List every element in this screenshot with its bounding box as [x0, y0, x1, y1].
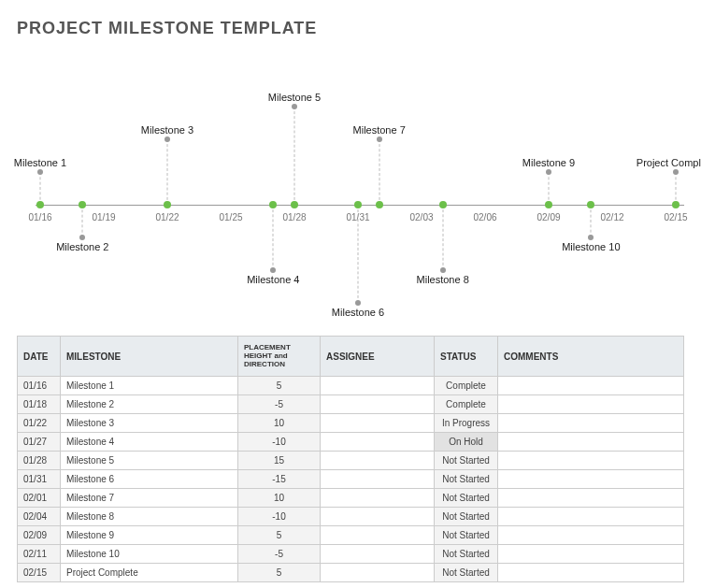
milestone-label: Milestone 9 [522, 157, 575, 168]
cell-date: 02/15 [18, 564, 61, 582]
cell-comments [498, 489, 684, 508]
cell-placement: 5 [238, 564, 321, 582]
cell-placement: 5 [238, 526, 321, 545]
milestone-label: Milestone 5 [268, 92, 321, 103]
milestone-leader [40, 172, 41, 205]
cell-date: 02/09 [18, 526, 61, 545]
cell-date: 01/27 [18, 433, 61, 452]
table-row: 02/04Milestone 8-10Not Started [18, 508, 684, 526]
header-assignee: ASSIGNEE [321, 337, 435, 377]
page-title: PROJECT MILESTONE TEMPLATE [17, 19, 684, 38]
cell-date: 01/18 [18, 395, 61, 414]
milestone-leader [379, 139, 379, 205]
milestone-table: DATE MILESTONE PLACEMENT HEIGHT and DIRE… [17, 336, 684, 582]
cell-milestone: Milestone 7 [61, 489, 238, 508]
milestone-leader [294, 107, 295, 205]
cell-placement: -10 [238, 433, 321, 452]
cell-date: 01/16 [18, 377, 61, 395]
cell-placement: 10 [238, 489, 321, 508]
cell-status: Complete [435, 377, 498, 395]
cell-status: On Hold [435, 433, 498, 452]
header-placement: PLACEMENT HEIGHT and DIRECTION [238, 337, 321, 377]
cell-status: Not Started [435, 526, 498, 545]
milestone-end-dot [588, 235, 594, 240]
milestone-dot [672, 201, 680, 208]
cell-assignee [321, 489, 435, 508]
cell-comments [498, 564, 684, 582]
cell-placement: 5 [238, 377, 321, 395]
milestone-label: Milestone 2 [56, 241, 108, 252]
milestone-leader [167, 139, 168, 205]
milestone-dot [164, 201, 171, 208]
milestone-end-dot [165, 136, 170, 142]
milestone-leader [676, 172, 677, 205]
cell-placement: 15 [238, 452, 321, 470]
cell-date: 02/11 [18, 545, 61, 564]
cell-comments [498, 508, 684, 526]
cell-date: 02/04 [18, 508, 61, 526]
milestone-label: Milestone 10 [562, 241, 620, 252]
cell-assignee [321, 433, 435, 452]
cell-status: Not Started [435, 545, 498, 564]
cell-milestone: Milestone 8 [61, 508, 238, 526]
cell-assignee [321, 414, 435, 433]
table-row: 01/16Milestone 15Complete [18, 377, 684, 395]
cell-milestone: Milestone 9 [61, 526, 238, 545]
cell-milestone: Milestone 4 [61, 433, 238, 452]
milestone-end-dot [355, 300, 361, 306]
milestone-dot [269, 201, 277, 208]
cell-milestone: Milestone 2 [61, 395, 238, 414]
axis-tick-label: 01/16 [28, 212, 51, 222]
cell-assignee [321, 526, 435, 545]
table-row: 02/11Milestone 10-5Not Started [18, 545, 684, 564]
milestone-chart: 01/1601/1901/2201/2501/2801/3102/0302/06… [17, 48, 684, 319]
cell-placement: 10 [238, 414, 321, 433]
cell-date: 02/01 [18, 489, 61, 508]
cell-assignee [321, 508, 435, 526]
milestone-end-dot [270, 267, 276, 273]
cell-assignee [321, 470, 435, 489]
cell-placement: -10 [238, 508, 321, 526]
milestone-label: Milestone 3 [141, 124, 193, 136]
cell-status: In Progress [435, 414, 498, 433]
milestone-dot [354, 201, 362, 208]
milestone-end-dot [79, 235, 85, 240]
milestone-dot [376, 201, 383, 208]
cell-milestone: Milestone 1 [61, 377, 238, 395]
cell-assignee [321, 377, 435, 395]
cell-status: Not Started [435, 470, 498, 489]
table-header-row: DATE MILESTONE PLACEMENT HEIGHT and DIRE… [18, 337, 684, 377]
cell-milestone: Milestone 6 [61, 470, 238, 489]
table-row: 01/28Milestone 515Not Started [18, 452, 684, 470]
cell-comments [498, 433, 684, 452]
milestone-dot [79, 201, 86, 208]
table-row: 02/09Milestone 95Not Started [18, 526, 684, 545]
cell-placement: -5 [238, 395, 321, 414]
cell-placement: -5 [238, 545, 321, 564]
header-date: DATE [18, 337, 61, 377]
axis-tick-label: 02/15 [664, 212, 687, 222]
table-row: 01/27Milestone 4-10On Hold [18, 433, 684, 452]
milestone-end-dot [440, 267, 446, 273]
table-row: 01/31Milestone 6-15Not Started [18, 470, 684, 489]
cell-comments [498, 526, 684, 545]
cell-milestone: Milestone 5 [61, 452, 238, 470]
axis-tick-label: 01/25 [219, 212, 242, 222]
milestone-end-dot [377, 136, 382, 142]
axis-tick-label: 02/03 [409, 212, 433, 222]
cell-assignee [321, 395, 435, 414]
milestone-label: Milestone 4 [247, 274, 299, 285]
cell-date: 01/28 [18, 452, 61, 470]
axis-tick-label: 01/19 [92, 212, 115, 222]
cell-placement: -15 [238, 470, 321, 489]
cell-assignee [321, 452, 435, 470]
milestone-leader [442, 205, 443, 270]
milestone-leader [82, 205, 83, 237]
cell-comments [498, 377, 684, 395]
milestone-label: Milestone 1 [14, 157, 66, 168]
axis-tick-label: 01/22 [155, 212, 179, 222]
header-status: STATUS [435, 337, 498, 377]
milestone-label: Milestone 7 [353, 124, 406, 136]
cell-assignee [321, 564, 435, 582]
axis-tick-label: 02/09 [536, 212, 560, 222]
